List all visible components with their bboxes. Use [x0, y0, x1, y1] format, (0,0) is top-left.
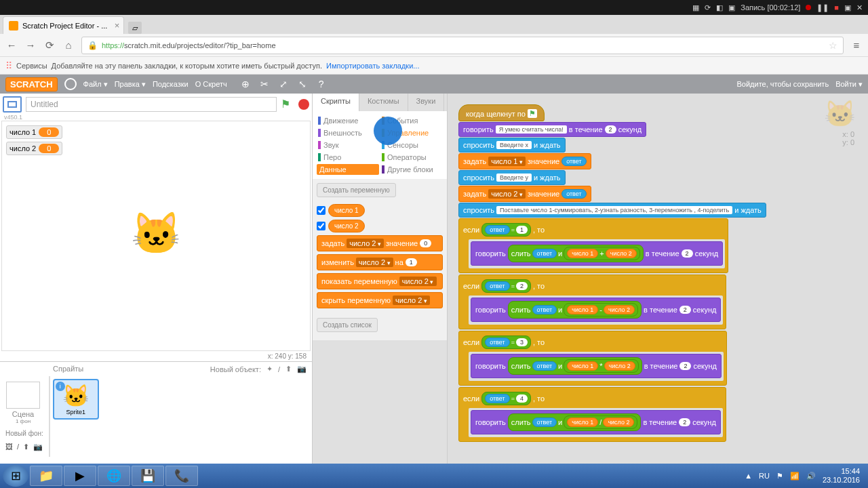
make-list-button[interactable]: Создать список	[317, 318, 378, 332]
say-block[interactable]: говоритьслитьответичисло 1-число 2в тече…	[471, 298, 721, 322]
say-block[interactable]: говоритьслитьответичисло 1+число 2в тече…	[471, 241, 723, 266]
task-save[interactable]: 💾	[132, 466, 164, 486]
var-checkbox[interactable]	[317, 206, 326, 215]
set-block[interactable]: задатьчисло 2 ▾значение0	[317, 235, 443, 251]
tray-flag-icon[interactable]: ⚑	[776, 472, 783, 481]
bg-upload-icon[interactable]: ⬆	[23, 443, 29, 451]
camera-icon[interactable]: 📷	[297, 365, 307, 373]
new-tab-button[interactable]: ▱	[128, 22, 142, 34]
if-block[interactable]: еслиответ = 4, то говоритьслитьответичис…	[458, 387, 726, 442]
variable-monitor[interactable]: число 2 0	[6, 142, 62, 155]
variable-monitor[interactable]: число 1 0	[6, 125, 62, 139]
cursor-indicator-icon	[374, 117, 402, 145]
cat-sound[interactable]: Звук	[317, 140, 379, 150]
cat-pen[interactable]: Перо	[317, 152, 379, 163]
cat-motion[interactable]: Движение	[317, 115, 379, 126]
scripts-workspace[interactable]: когда щелкнут по⚑ говоритьЯ умею считать…	[448, 94, 868, 454]
cat-operators[interactable]: Операторы	[380, 152, 443, 163]
tab-costumes[interactable]: Костюмы	[359, 94, 408, 111]
var-label: число 1	[9, 128, 36, 136]
if-block[interactable]: еслиответ = 2, то говоритьслитьответичис…	[458, 274, 726, 329]
scripts-column[interactable]: 🐱 x: 0y: 0 когда щелкнут по⚑ говоритьЯ у…	[448, 94, 868, 488]
tips-menu[interactable]: Подсказки	[153, 80, 189, 88]
tray-up-icon[interactable]: ▲	[745, 472, 752, 480]
ask-block[interactable]: спроситьВведите xи ждать	[458, 138, 566, 152]
help-icon[interactable]: ?	[315, 78, 328, 90]
back-button[interactable]: ←	[5, 39, 18, 52]
globe-icon[interactable]	[64, 78, 77, 90]
shrink-icon[interactable]: ⤡	[296, 78, 309, 90]
forward-button[interactable]: →	[24, 39, 37, 52]
task-chrome[interactable]: 🌐	[98, 466, 130, 486]
edit-menu[interactable]: Правка ▾	[115, 80, 146, 89]
start-button[interactable]: ⊞	[3, 465, 28, 487]
save-prompt[interactable]: Войдите, чтобы сохранить	[736, 80, 829, 88]
url-input[interactable]: 🔒 https://scratch.mit.edu/projects/edito…	[81, 37, 844, 54]
delete-icon[interactable]: ✂	[258, 78, 271, 90]
cat-looks[interactable]: Внешность	[317, 127, 379, 138]
set-block[interactable]: задатьчисло 1 ▾значениеответ	[458, 153, 591, 169]
tab-scripts[interactable]: Скрипты	[313, 94, 359, 111]
sprite-cat[interactable]: 🐱	[131, 209, 182, 258]
if-block[interactable]: еслиответ = 3, то говоритьслитьответичис…	[458, 331, 727, 386]
menu-icon[interactable]: ≡	[850, 39, 863, 52]
cat-data[interactable]: Данные	[317, 164, 379, 175]
apps-icon[interactable]: ⠿	[5, 60, 12, 71]
variable-row[interactable]: число 1	[317, 204, 443, 217]
ask-block[interactable]: спроситьПоставьте число 1-суммировать, 2…	[458, 203, 766, 218]
task-viber[interactable]: 📞	[165, 466, 198, 486]
stage-thumbnail[interactable]: Сцена 1 фон	[3, 379, 43, 427]
make-variable-button[interactable]: Создать переменную	[317, 183, 396, 197]
show-var-block[interactable]: показать переменнуючисло 2 ▾	[317, 273, 443, 289]
clock[interactable]: 15:44 23.10.2016	[823, 467, 860, 485]
bg-paint-icon[interactable]: /	[17, 443, 19, 451]
stage[interactable]: число 1 0 число 2 0 🐱	[1, 121, 311, 351]
var-checkbox[interactable]	[317, 222, 326, 230]
task-media[interactable]: ▶	[64, 466, 96, 486]
set-block[interactable]: задатьчисло 2 ▾значениеответ	[458, 186, 591, 202]
pause-icon[interactable]: ❚❚	[816, 3, 829, 12]
hide-var-block[interactable]: скрыть переменнуючисло 2 ▾	[317, 292, 443, 308]
task-explorer[interactable]: 📁	[30, 466, 62, 486]
cat-more[interactable]: Другие блоки	[380, 164, 443, 175]
browser-tab[interactable]: Scratch Project Editor - ... ×	[3, 16, 124, 34]
upload-icon[interactable]: ⬆	[285, 365, 292, 373]
stop-icon[interactable]: ■	[834, 3, 839, 12]
green-flag-icon[interactable]: ⚑	[281, 98, 294, 111]
reload-button[interactable]: ⟳	[43, 39, 56, 52]
tray-vol-icon[interactable]: 🔊	[806, 472, 816, 481]
variable-row[interactable]: число 2	[317, 220, 443, 232]
close-icon[interactable]: ✕	[856, 3, 863, 12]
tray-net-icon[interactable]: 📶	[790, 472, 800, 481]
say-block[interactable]: говоритьслитьответичисло 1*число 2в тече…	[471, 354, 722, 378]
project-title-input[interactable]	[26, 97, 277, 112]
about-menu[interactable]: О Скретч	[195, 80, 227, 88]
bg-camera-icon[interactable]: 📷	[33, 443, 43, 451]
say-block[interactable]: говоритьслитьответичисло 1/число 2в тече…	[471, 410, 721, 434]
import-bookmarks-link[interactable]: Импортировать закладки...	[326, 62, 419, 70]
file-menu[interactable]: Файл ▾	[83, 80, 108, 89]
if-block[interactable]: еслиответ = 1, то говоритьслитьответичис…	[458, 218, 728, 273]
say-block[interactable]: говоритьЯ умею считать числа!в течение2с…	[458, 122, 646, 137]
paint-icon[interactable]: /	[278, 365, 280, 373]
fullscreen-button[interactable]	[3, 96, 22, 113]
change-block[interactable]: изменитьчисло 2 ▾на1	[317, 254, 443, 270]
duplicate-icon[interactable]: ⊕	[239, 78, 252, 90]
bg-library-icon[interactable]: 🖼	[5, 443, 13, 451]
grow-icon[interactable]: ⤢	[277, 78, 290, 90]
services-link[interactable]: Сервисы	[16, 62, 47, 70]
home-button[interactable]: ⌂	[62, 39, 75, 52]
camera-icon[interactable]: ▣	[844, 3, 851, 12]
scratch-logo[interactable]: SCRATCH	[5, 77, 58, 92]
lang-indicator[interactable]: RU	[759, 472, 770, 480]
tab-sounds[interactable]: Звуки	[408, 94, 445, 111]
hat-block[interactable]: когда щелкнут по⚑	[458, 104, 545, 121]
sprite-info-icon[interactable]: i	[56, 382, 65, 391]
tab-close-icon[interactable]: ×	[115, 20, 120, 30]
star-icon[interactable]: ☆	[829, 40, 837, 51]
ask-block[interactable]: спроситьВведите yи ждать	[458, 170, 566, 185]
stop-button[interactable]	[298, 99, 309, 110]
signin-button[interactable]: Войти ▾	[835, 80, 863, 89]
library-icon[interactable]: ✦	[267, 365, 273, 373]
sprite-item[interactable]: i 🐱 Sprite1	[53, 379, 99, 420]
